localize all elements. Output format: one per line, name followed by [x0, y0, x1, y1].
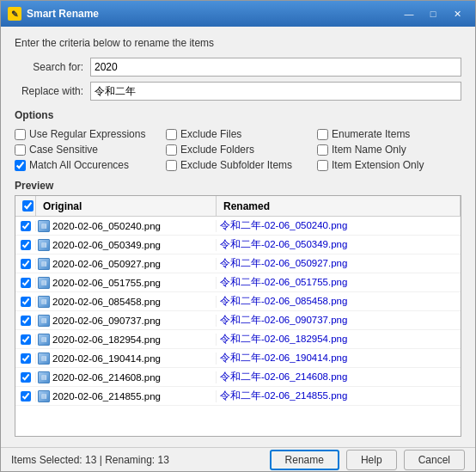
replace-row: Replace with: [15, 82, 461, 101]
original-cell: ▤ 2020-02-06_051755.png [36, 277, 217, 289]
original-filename: 2020-02-06_085458.png [52, 297, 161, 307]
file-icon: ▤ [38, 390, 50, 402]
option-item-extension-only[interactable]: Item Extension Only [317, 159, 461, 171]
preview-body[interactable]: ▤ 2020-02-06_050240.png 令和二年-02-06_05024… [15, 217, 461, 436]
original-cell: ▤ 2020-02-06_190414.png [36, 352, 217, 365]
smart-rename-window: ✎ Smart Rename — □ ✕ Enter the criteria … [0, 0, 476, 472]
help-button[interactable]: Help [346, 450, 397, 470]
original-filename: 2020-02-06_050349.png [52, 240, 161, 250]
row-checkbox[interactable] [21, 353, 31, 364]
select-all-checkbox[interactable] [22, 200, 34, 211]
close-button[interactable]: ✕ [446, 5, 468, 22]
row-checkbox[interactable] [21, 221, 31, 231]
option-exclude-files[interactable]: Exclude Files [166, 128, 310, 140]
match-all-label: Match All Occurences [29, 159, 129, 171]
preview-label: Preview [15, 180, 461, 192]
row-check[interactable] [15, 391, 36, 402]
original-filename: 2020-02-06_051755.png [52, 278, 161, 288]
original-filename: 2020-02-06_214608.png [52, 372, 161, 383]
use-regex-checkbox[interactable] [15, 129, 26, 140]
item-extension-only-label: Item Extension Only [332, 159, 424, 171]
case-sensitive-label: Case Sensitive [29, 144, 98, 156]
original-filename: 2020-02-06_214855.png [52, 391, 161, 402]
original-cell: ▤ 2020-02-06_085458.png [36, 296, 217, 308]
table-row: ▤ 2020-02-06_214855.png 令和二年-02-06_21485… [15, 387, 461, 406]
renamed-cell: 令和二年-02-06_190414.png [217, 352, 461, 365]
exclude-subfolder-label: Exclude Subfolder Items [180, 159, 292, 171]
status-bar: Items Selected: 13 | Renaming: 13 Rename… [1, 447, 475, 471]
table-row: ▤ 2020-02-06_050240.png 令和二年-02-06_05024… [15, 217, 461, 236]
renamed-cell: 令和二年-02-06_050349.png [217, 238, 461, 251]
window-title: Smart Rename [27, 8, 398, 20]
option-use-regex[interactable]: Use Regular Expressions [15, 128, 159, 140]
enumerate-items-checkbox[interactable] [317, 129, 328, 140]
button-group: Rename Help Cancel [270, 450, 465, 470]
original-filename: 2020-02-06_050240.png [52, 221, 161, 231]
original-filename: 2020-02-06_182954.png [52, 334, 161, 345]
row-check[interactable] [15, 353, 36, 364]
row-check[interactable] [15, 278, 36, 288]
rename-button[interactable]: Rename [270, 450, 339, 470]
row-checkbox[interactable] [21, 259, 31, 269]
renamed-cell: 令和二年-02-06_085458.png [217, 295, 461, 308]
row-checkbox[interactable] [21, 278, 31, 288]
row-check[interactable] [15, 334, 36, 345]
table-row: ▤ 2020-02-06_050927.png 令和二年-02-06_05092… [15, 254, 461, 273]
row-checkbox[interactable] [21, 334, 31, 345]
main-content: Enter the criteria below to rename the i… [1, 27, 475, 447]
option-enumerate-items[interactable]: Enumerate Items [317, 128, 461, 140]
file-icon: ▤ [38, 239, 50, 251]
option-match-all[interactable]: Match All Occurences [15, 159, 159, 171]
option-case-sensitive[interactable]: Case Sensitive [15, 144, 159, 156]
row-checkbox[interactable] [21, 391, 31, 402]
item-name-only-checkbox[interactable] [317, 144, 328, 156]
header-original: Original [36, 196, 217, 216]
row-checkbox[interactable] [21, 297, 31, 307]
options-label: Options [15, 109, 461, 121]
exclude-files-checkbox[interactable] [166, 129, 177, 140]
exclude-subfolder-checkbox[interactable] [166, 160, 177, 171]
enumerate-items-label: Enumerate Items [332, 128, 410, 140]
row-checkbox[interactable] [21, 316, 31, 326]
row-checkbox[interactable] [21, 372, 31, 383]
row-check[interactable] [15, 297, 36, 307]
row-check[interactable] [15, 372, 36, 383]
table-row: ▤ 2020-02-06_085458.png 令和二年-02-06_08545… [15, 292, 461, 311]
option-item-name-only[interactable]: Item Name Only [317, 144, 461, 156]
file-icon: ▤ [38, 352, 50, 365]
exclude-folders-checkbox[interactable] [166, 144, 177, 156]
option-exclude-folders[interactable]: Exclude Folders [166, 144, 310, 156]
search-input[interactable] [90, 58, 461, 77]
original-cell: ▤ 2020-02-06_182954.png [36, 334, 217, 346]
preview-area: Preview Original Renamed ▤ 2020-02-06_05… [15, 180, 461, 437]
file-icon: ▤ [38, 220, 50, 232]
title-bar: ✎ Smart Rename — □ ✕ [1, 1, 475, 27]
options-grid: Use Regular Expressions Exclude Files En… [15, 128, 461, 171]
original-filename: 2020-02-06_090737.png [52, 316, 161, 326]
file-icon: ▤ [38, 258, 50, 270]
file-icon: ▤ [38, 296, 50, 308]
minimize-button[interactable]: — [398, 5, 420, 22]
row-checkbox[interactable] [21, 240, 31, 250]
renamed-cell: 令和二年-02-06_050240.png [217, 219, 461, 232]
row-check[interactable] [15, 221, 36, 231]
file-icon: ▤ [38, 315, 50, 327]
maximize-button[interactable]: □ [422, 5, 444, 22]
status-text: Items Selected: 13 | Renaming: 13 [11, 454, 270, 466]
match-all-checkbox[interactable] [15, 160, 26, 171]
cancel-button[interactable]: Cancel [404, 450, 465, 470]
original-filename: 2020-02-06_050927.png [52, 259, 161, 269]
row-check[interactable] [15, 259, 36, 269]
search-row: Search for: [15, 58, 461, 77]
renamed-cell: 令和二年-02-06_182954.png [217, 333, 461, 346]
case-sensitive-checkbox[interactable] [15, 144, 26, 156]
original-filename: 2020-02-06_190414.png [52, 353, 161, 364]
option-exclude-subfolder[interactable]: Exclude Subfolder Items [166, 159, 310, 171]
item-extension-only-checkbox[interactable] [317, 160, 328, 171]
row-check[interactable] [15, 316, 36, 326]
row-check[interactable] [15, 240, 36, 250]
preview-table: Original Renamed ▤ 2020-02-06_050240.png… [15, 195, 461, 437]
replace-input[interactable] [90, 82, 461, 101]
file-icon: ▤ [38, 371, 50, 383]
instruction-text: Enter the criteria below to rename the i… [15, 37, 461, 49]
